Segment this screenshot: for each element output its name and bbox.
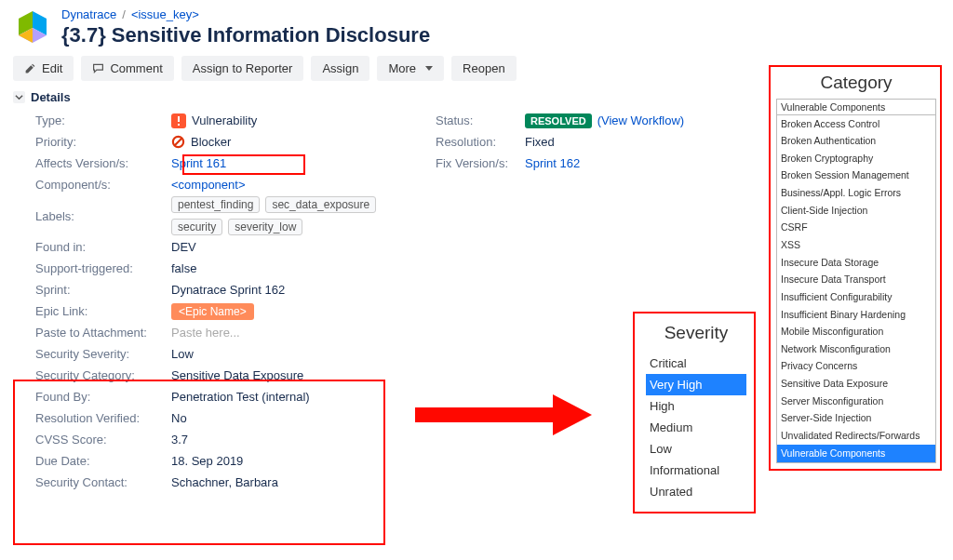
paste-label: Paste to Attachment: bbox=[13, 326, 171, 340]
severity-option[interactable]: Very High bbox=[646, 374, 746, 395]
category-option[interactable]: Privacy Concerns bbox=[777, 358, 935, 376]
more-label: More bbox=[388, 61, 416, 75]
comment-label: Comment bbox=[110, 61, 162, 75]
sprint-label: Sprint: bbox=[13, 283, 171, 297]
label-chip[interactable]: severity_low bbox=[228, 219, 302, 235]
type-value: Vulnerability bbox=[192, 113, 257, 127]
priority-label: Priority: bbox=[13, 135, 171, 149]
component-value[interactable]: <component> bbox=[171, 178, 246, 192]
edit-button[interactable]: Edit bbox=[13, 56, 74, 81]
arrow-icon bbox=[415, 394, 592, 435]
category-option[interactable]: Business/Appl. Logic Errors bbox=[777, 185, 935, 203]
category-option[interactable]: Server Misconfiguration bbox=[777, 393, 935, 410]
severity-panel: Severity CriticalVery HighHighMediumLowI… bbox=[633, 312, 756, 513]
category-search-input[interactable] bbox=[777, 100, 935, 115]
svg-marker-10 bbox=[553, 394, 592, 435]
fixv-value[interactable]: Sprint 162 bbox=[525, 156, 580, 170]
category-option[interactable]: Broken Session Management bbox=[777, 167, 935, 185]
chevron-down-icon bbox=[425, 66, 433, 71]
breadcrumb: Dynatrace / <issue_key> bbox=[61, 7, 430, 21]
component-label: Component/s: bbox=[13, 178, 171, 192]
resolution-value: Fixed bbox=[525, 135, 555, 149]
support-label: Support-triggered: bbox=[13, 261, 171, 275]
support-value: false bbox=[171, 261, 196, 275]
category-option[interactable]: Broken Authentication bbox=[777, 133, 935, 151]
category-option[interactable]: Insecure Data Transport bbox=[777, 272, 935, 289]
more-button[interactable]: More bbox=[377, 56, 444, 81]
view-workflow-link[interactable]: (View Workflow) bbox=[597, 113, 684, 127]
label-chip[interactable]: sec_data_exposure bbox=[265, 196, 376, 213]
blocker-icon bbox=[171, 135, 185, 149]
category-panel: Category Broken Access ControlBroken Aut… bbox=[769, 65, 942, 471]
category-option[interactable]: Broken Access Control bbox=[777, 115, 935, 133]
category-option[interactable]: Insufficient Binary Hardening bbox=[777, 306, 935, 324]
comment-icon bbox=[92, 62, 104, 74]
category-option[interactable]: Sensitive Data Exposure bbox=[777, 376, 935, 393]
affects-label: Affects Version/s: bbox=[13, 156, 171, 170]
type-label: Type: bbox=[13, 113, 171, 127]
pencil-icon bbox=[24, 62, 36, 74]
sec-sev-value: Low bbox=[171, 347, 194, 361]
priority-value: Blocker bbox=[191, 135, 231, 149]
epic-label: Epic Link: bbox=[13, 304, 171, 318]
svg-rect-9 bbox=[415, 407, 555, 422]
category-option[interactable]: Vulnerable Components bbox=[777, 445, 935, 462]
category-option[interactable]: Network Misconfiguration bbox=[777, 340, 935, 358]
edit-label: Edit bbox=[42, 61, 62, 75]
paste-placeholder[interactable]: Paste here... bbox=[171, 326, 240, 340]
breadcrumb-issue-key[interactable]: <issue_key> bbox=[131, 7, 199, 21]
category-option[interactable]: Client-Side Injection bbox=[777, 202, 935, 220]
category-option[interactable]: CSRF bbox=[777, 220, 935, 237]
category-option[interactable]: Insecure Data Storage bbox=[777, 254, 935, 272]
status-badge: RESOLVED bbox=[525, 113, 592, 128]
severity-option[interactable]: Unrated bbox=[646, 481, 746, 502]
severity-option[interactable]: Critical bbox=[646, 353, 746, 374]
highlight-box-type bbox=[182, 154, 305, 175]
svg-line-8 bbox=[175, 139, 182, 146]
severity-option[interactable]: Medium bbox=[646, 417, 746, 438]
category-option[interactable]: Broken Cryptography bbox=[777, 150, 935, 167]
details-heading: Details bbox=[31, 90, 71, 104]
sec-sev-label: Security Severity: bbox=[13, 347, 171, 361]
category-heading: Category bbox=[776, 73, 936, 93]
fixv-label: Fix Version/s: bbox=[413, 156, 525, 170]
svg-rect-6 bbox=[178, 124, 180, 126]
found-in-label: Found in: bbox=[13, 240, 171, 254]
breadcrumb-project[interactable]: Dynatrace bbox=[61, 7, 116, 21]
vulnerability-icon bbox=[171, 113, 186, 128]
found-in-value: DEV bbox=[171, 240, 196, 254]
label-chip[interactable]: security bbox=[171, 219, 222, 235]
assign-reporter-button[interactable]: Assign to Reporter bbox=[181, 56, 304, 81]
epic-chip[interactable]: <Epic Name> bbox=[171, 303, 254, 320]
severity-option[interactable]: High bbox=[646, 395, 746, 417]
reopen-button[interactable]: Reopen bbox=[451, 56, 517, 81]
assign-button[interactable]: Assign bbox=[311, 56, 369, 81]
category-option[interactable]: Insufficient Configurability bbox=[777, 288, 935, 306]
severity-heading: Severity bbox=[646, 323, 746, 343]
labels-value: pentest_findingsec_data_exposuresecurity… bbox=[171, 196, 395, 235]
collapse-icon bbox=[13, 91, 25, 103]
svg-rect-5 bbox=[178, 116, 180, 122]
sprint-value: Dynatrace Sprint 162 bbox=[171, 283, 285, 297]
severity-option[interactable]: Informational bbox=[646, 460, 746, 481]
breadcrumb-separator-icon: / bbox=[122, 7, 126, 21]
highlight-box-security bbox=[13, 380, 385, 545]
category-option[interactable]: XSS bbox=[777, 236, 935, 254]
comment-button[interactable]: Comment bbox=[81, 56, 173, 81]
status-label: Status: bbox=[413, 113, 525, 127]
app-logo-icon bbox=[13, 9, 52, 48]
category-option[interactable]: Mobile Misconfiguration bbox=[777, 324, 935, 341]
category-option[interactable]: Unvalidated Redirects/Forwards bbox=[777, 428, 935, 446]
page-title: {3.7} Sensitive Information Disclosure bbox=[61, 23, 430, 47]
resolution-label: Resolution: bbox=[413, 135, 525, 149]
labels-label: Labels: bbox=[13, 209, 171, 223]
label-chip[interactable]: pentest_finding bbox=[171, 196, 260, 213]
severity-option[interactable]: Low bbox=[646, 438, 746, 460]
category-option[interactable]: Server-Side Injection bbox=[777, 410, 935, 428]
